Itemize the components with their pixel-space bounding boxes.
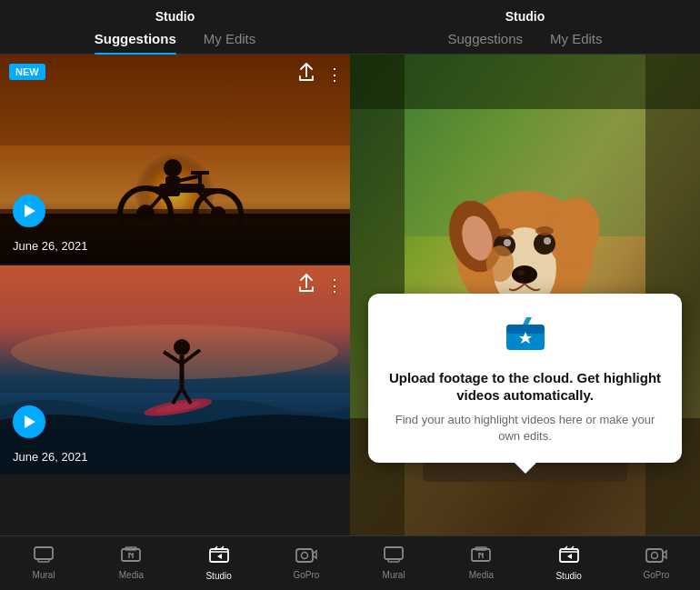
studio-icon-left [208, 545, 230, 568]
mural-icon-right [384, 546, 404, 567]
right-tab-my-edits[interactable]: My Edits [550, 31, 603, 54]
svg-rect-69 [388, 559, 399, 562]
video-card-2[interactable]: ⋮ June 26, 2021 [0, 265, 350, 475]
svg-point-39 [301, 553, 307, 559]
nav-mural-left[interactable]: Mural [0, 546, 87, 580]
svg-point-55 [504, 239, 511, 246]
video-date-1: June 26, 2021 [13, 239, 87, 253]
new-badge: NEW [9, 64, 45, 80]
svg-point-57 [495, 228, 514, 237]
svg-point-61 [486, 245, 514, 282]
tab-suggestions[interactable]: Suggestions [95, 31, 176, 54]
nav-studio-right[interactable]: Studio [525, 545, 613, 581]
cloud-upload-icon [386, 314, 664, 360]
nav-gopro-right[interactable]: GoPro [613, 546, 700, 580]
right-tab-suggestions[interactable]: Suggestions [447, 31, 523, 54]
svg-point-58 [535, 226, 554, 235]
left-studio-title: Studio [0, 9, 350, 24]
nav-gopro-label-right: GoPro [643, 570, 669, 580]
mural-icon-left [34, 546, 54, 567]
nav-studio-label-left: Studio [205, 571, 231, 581]
video-list: NEW ⋮ June 26, 2021 [0, 55, 350, 535]
right-studio-title: Studio [350, 9, 700, 24]
play-button-2[interactable] [13, 405, 45, 438]
nav-gopro-left[interactable]: GoPro [263, 546, 350, 580]
svg-rect-32 [122, 549, 140, 561]
svg-rect-65 [350, 55, 700, 109]
right-bottom-nav: Mural Media [350, 535, 700, 590]
tab-my-edits[interactable]: My Edits [204, 31, 256, 54]
nav-media-label-left: Media [119, 570, 144, 580]
video-date-2: June 26, 2021 [13, 450, 87, 464]
media-icon-left [121, 546, 141, 567]
tooltip-title: Upload footage to the cloud. Get highlig… [386, 369, 664, 405]
card-actions-2: ⋮ [297, 273, 343, 297]
play-triangle-2 [25, 415, 35, 428]
right-panel: Studio Suggestions My Edits [350, 0, 700, 590]
card-actions-1: ⋮ [297, 62, 343, 86]
right-content: Upload footage to the cloud. Get highlig… [350, 55, 700, 535]
left-tabs: Suggestions My Edits [0, 31, 350, 55]
video-card-1[interactable]: NEW ⋮ June 26, 2021 [0, 55, 350, 264]
left-panel: Studio Suggestions My Edits [0, 0, 350, 590]
nav-studio-left[interactable]: Studio [175, 545, 263, 581]
left-header: Studio Suggestions My Edits [0, 0, 350, 55]
svg-point-77 [651, 553, 657, 559]
right-tabs: Suggestions My Edits [350, 31, 700, 55]
play-triangle-1 [25, 205, 35, 217]
svg-rect-76 [646, 549, 663, 562]
studio-icon-right [558, 545, 580, 568]
svg-rect-31 [38, 559, 49, 562]
play-button-1[interactable] [13, 195, 45, 227]
svg-rect-68 [385, 547, 403, 559]
nav-studio-label-right: Studio [555, 571, 581, 581]
svg-point-54 [534, 233, 555, 255]
svg-point-60 [517, 270, 525, 275]
nav-media-left[interactable]: Media [87, 546, 175, 580]
share-icon-1[interactable] [297, 62, 315, 86]
more-icon-2[interactable]: ⋮ [326, 275, 343, 295]
media-icon-right [471, 546, 491, 567]
svg-rect-70 [472, 549, 490, 561]
nav-mural-label-right: Mural [383, 570, 405, 580]
tooltip-description: Find your auto highlight videos here or … [386, 412, 664, 445]
nav-media-right[interactable]: Media [437, 546, 525, 580]
more-icon-1[interactable]: ⋮ [326, 65, 343, 85]
gopro-icon-left [295, 546, 317, 567]
svg-rect-38 [296, 549, 313, 562]
svg-rect-30 [35, 547, 53, 559]
gopro-icon-right [645, 546, 667, 567]
share-icon-2[interactable] [297, 273, 315, 297]
left-bottom-nav: Mural Media [0, 535, 350, 590]
nav-mural-right[interactable]: Mural [350, 546, 437, 580]
nav-mural-label-left: Mural [33, 570, 55, 580]
tooltip-popup: Upload footage to the cloud. Get highlig… [368, 294, 682, 463]
nav-media-label-right: Media [469, 570, 494, 580]
right-header: Studio Suggestions My Edits [350, 0, 700, 55]
svg-point-59 [512, 265, 537, 284]
svg-point-56 [544, 237, 551, 245]
nav-gopro-label-left: GoPro [293, 570, 319, 580]
